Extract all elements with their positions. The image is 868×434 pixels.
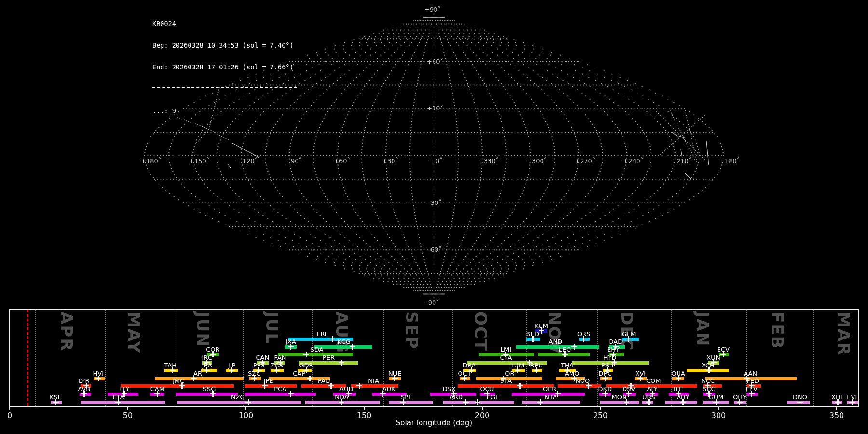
month-gridline-mar (813, 310, 814, 406)
shower-label-sld: SLD (527, 331, 540, 337)
shower-label-sda: SDA (311, 346, 324, 353)
month-label-jun: JUN (193, 312, 212, 348)
month-gridline-jan (671, 310, 672, 406)
month-label-oct: OCT (471, 312, 490, 352)
shower-label-nzc: NZC (231, 394, 244, 400)
shower-label-pau: PAU (318, 378, 330, 384)
shower-label-ori: ORI (505, 370, 516, 377)
shower-label-noo: NOO (575, 378, 590, 384)
x-tick-label-50: 50 (123, 411, 133, 420)
shower-label-cor: COR (206, 346, 219, 353)
shower-label-lmi: LMI (501, 346, 511, 353)
shower-label-hyd: HYD (603, 354, 617, 361)
shower-label-irc: IRC (202, 354, 212, 361)
shower-bar-nta (522, 401, 580, 404)
radio-meteor-observation-screen: KR0024 Beg: 20260328 10:34:53 (sol = 7.4… (0, 0, 868, 434)
shower-label-aur: AUR (382, 386, 395, 392)
month-label-jul: JUL (262, 312, 282, 344)
x-tick-100 (245, 407, 246, 410)
shower-label-leo: LEO (559, 346, 571, 353)
shower-label-evi: EVI (847, 394, 857, 400)
shower-label-xum: XUM (706, 354, 721, 361)
month-label-apr: APR (57, 312, 76, 352)
shower-label-mon: MON (612, 394, 627, 400)
month-label-jan: JAN (693, 312, 712, 347)
shower-peak-marker-eri (329, 336, 335, 342)
shower-label-ssg: SSG (203, 386, 216, 392)
shower-label-fan: FAN (274, 354, 286, 361)
shower-bar-ssg (176, 393, 237, 396)
shower-peak-marker-nzc (245, 399, 251, 405)
shower-label-xhe: XHE (831, 394, 844, 400)
shower-label-gdr: GDR (299, 362, 313, 368)
shower-label-oct: OCT (458, 370, 471, 377)
timeline-chart: Solar longitude (deg) APRMAYJUNJULAUGSEP… (0, 0, 868, 434)
shower-label-dsv: DSV (622, 386, 635, 392)
shower-label-eta: ETA (112, 394, 124, 400)
x-tick-label-150: 150 (357, 411, 372, 420)
shower-label-gem: GEM (622, 331, 636, 337)
shower-label-tha: THA (561, 362, 574, 368)
shower-label-sta: STA (500, 378, 512, 384)
shower-label-tah: TAH (164, 362, 176, 368)
shower-peak-marker-nia (356, 383, 362, 389)
shower-bar-and (516, 345, 599, 349)
shower-label-zcs: ZCS (271, 362, 283, 368)
x-tick-0 (9, 407, 10, 410)
x-tick-50 (127, 407, 128, 410)
shower-label-pps: PPS (253, 362, 265, 368)
month-label-mar: MAR (834, 312, 854, 356)
shower-bar-sta (458, 384, 555, 388)
shower-label-dno: DNO (793, 394, 807, 400)
shower-label-scc: SCC (703, 386, 715, 392)
shower-label-ors: ORS (577, 331, 591, 337)
shower-label-nda: NDA (335, 394, 348, 400)
x-tick-label-100: 100 (239, 411, 254, 420)
x-tick-200 (482, 407, 483, 410)
month-gridline-may (105, 310, 106, 406)
month-label-may: MAY (124, 312, 144, 354)
shower-label-szc: SZC (248, 370, 260, 377)
shower-label-dra: DRA (462, 362, 475, 368)
shower-label-jea: JEA (202, 362, 212, 368)
shower-label-fed: FED (746, 378, 759, 384)
shower-label-aly: ALY (647, 386, 658, 392)
shower-bar-mon (600, 401, 639, 404)
shower-bar-spe (389, 401, 433, 404)
month-label-sep: SEP (402, 312, 421, 350)
shower-label-ely: ELY (119, 386, 130, 392)
shower-label-aud: AUD (339, 386, 353, 392)
shower-label-ehy: EHY (607, 346, 620, 353)
month-label-feb: FEB (768, 312, 787, 349)
shower-label-kse: KSE (50, 394, 62, 400)
shower-peak-marker-pca (288, 391, 294, 397)
shower-peak-marker-ege (475, 399, 480, 405)
shower-label-cam: CAM (150, 386, 164, 392)
shower-bar-ari (155, 377, 244, 380)
shower-bar-pca (245, 393, 316, 396)
x-tick-label-250: 250 (593, 411, 608, 420)
shower-label-ege: EGE (487, 394, 500, 400)
shower-label-cap: CAP (293, 370, 305, 377)
shower-label-can: CAN (256, 354, 269, 361)
shower-bar-nzc (177, 401, 301, 404)
shower-bar-eta (81, 401, 165, 404)
month-gridline-jun (176, 310, 176, 406)
shower-label-lyr: LYR (79, 378, 90, 384)
shower-label-avb: AVB (78, 386, 90, 392)
shower-peak-marker-sda (303, 352, 309, 357)
shower-label-ari: ARI (193, 370, 204, 377)
shower-label-xvi: XVI (635, 370, 646, 377)
shower-label-kcg: KCG (338, 339, 351, 345)
month-gridline-nov (526, 310, 527, 406)
shower-label-amo: AMO (565, 370, 579, 377)
shower-label-jmc: JMC (173, 378, 184, 384)
shower-label-xcb: XCB (702, 362, 714, 368)
shower-label-and: AND (549, 339, 563, 345)
shower-label-nue: NUE (388, 370, 401, 377)
shower-bar-noo (558, 384, 602, 388)
shower-bar-jmc (121, 384, 234, 388)
shower-label-ncc: NCC (701, 378, 715, 384)
x-tick-label-350: 350 (829, 411, 844, 420)
shower-bar-sda (278, 353, 353, 356)
